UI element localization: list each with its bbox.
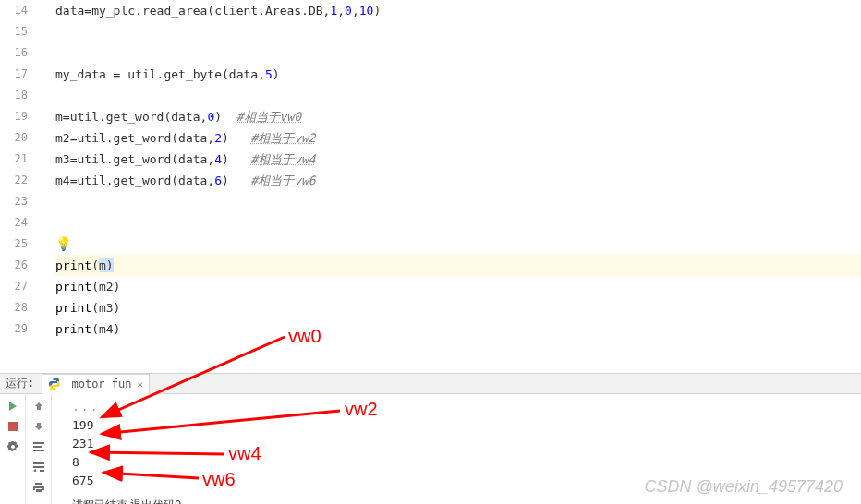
code-line: data=my_plc.read_area(client.Areas.DB,1,… <box>55 0 861 21</box>
code-line: m3=util.get_word(data,4) #相当于vw4 <box>55 149 861 170</box>
rerun-button[interactable] <box>4 398 22 414</box>
settings-button[interactable] <box>4 438 22 455</box>
svg-point-0 <box>53 379 54 380</box>
run-toolbar-left <box>0 394 26 504</box>
process-exit-message: 进程已结束,退出代码0 <box>72 496 861 504</box>
run-label: 运行: <box>6 376 34 391</box>
python-icon <box>48 378 61 390</box>
console-output[interactable]: ... 199 231 8 675 进程已结束,退出代码0 <box>52 394 861 504</box>
run-tool-window: 运行: _motor_fun ✕ ... 199 231 8 675 进程已结束… <box>0 374 861 504</box>
code-line: my_data = util.get_byte(data,5) <box>55 64 861 85</box>
code-line: m=util.get_word(data,0) #相当于vw0 <box>55 106 861 127</box>
code-line: print(m4) <box>55 318 861 340</box>
output-line: 675 <box>72 472 861 490</box>
code-line: m4=util.get_word(data,6) #相当于vw6 <box>55 170 861 191</box>
code-line: print(m2) <box>55 276 861 297</box>
output-line: 8 <box>72 453 861 472</box>
down-button[interactable] <box>30 418 48 435</box>
print-button[interactable] <box>30 479 48 496</box>
close-icon[interactable]: ✕ <box>137 378 143 390</box>
code-editor[interactable]: 14151617 18192021 22232425 26272829 data… <box>0 0 861 374</box>
up-button[interactable] <box>30 398 48 414</box>
code-area[interactable]: data=my_plc.read_area(client.Areas.DB,1,… <box>37 0 861 373</box>
run-toolbar-right <box>26 394 52 504</box>
output-line: 231 <box>72 435 861 453</box>
svg-rect-2 <box>8 422 18 431</box>
line-gutter: 14151617 18192021 22232425 26272829 <box>0 0 37 373</box>
lightbulb-icon[interactable]: 💡 <box>55 236 71 251</box>
svg-point-1 <box>55 388 56 389</box>
code-line-current: print(m) <box>55 255 861 276</box>
wrap-button[interactable] <box>30 438 48 455</box>
code-line: m2=util.get_word(data,2) #相当于vw2 <box>55 127 861 149</box>
output-line: 199 <box>72 416 861 435</box>
output-truncated: ... <box>72 400 99 414</box>
run-tab[interactable]: _motor_fun ✕ <box>42 374 150 394</box>
stop-button[interactable] <box>4 418 22 435</box>
scroll-button[interactable] <box>30 459 48 475</box>
run-tab-label: _motor_fun <box>65 378 131 390</box>
run-header: 运行: _motor_fun ✕ <box>0 374 861 394</box>
code-line: print(m3) <box>55 297 861 318</box>
